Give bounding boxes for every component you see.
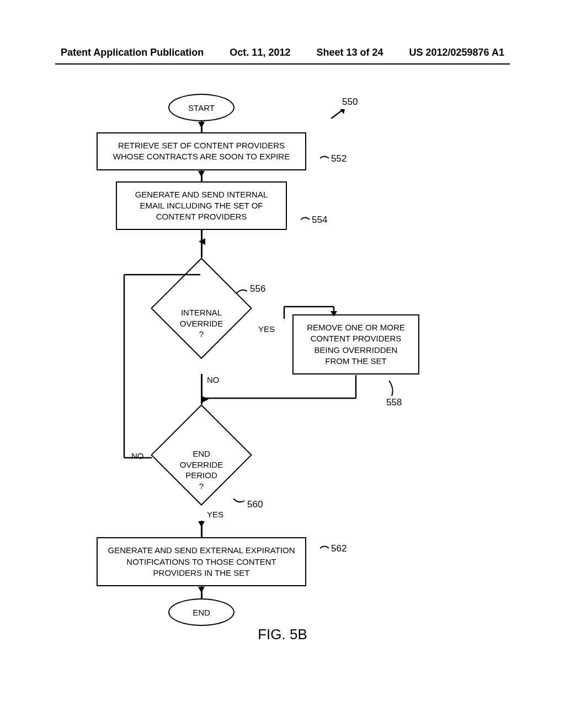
connector	[201, 521, 202, 537]
publication-number: US 2012/0259876 A1	[409, 47, 504, 58]
start-terminator: START	[168, 94, 234, 121]
connector	[201, 170, 202, 181]
header-rule	[55, 63, 510, 65]
edge-560-yes: YES	[207, 510, 223, 519]
ref-562: 562	[331, 543, 347, 554]
publication-type: Patent Application Publication	[61, 47, 204, 58]
process-554-text: GENERATE AND SEND INTERNAL EMAIL INCLUDI…	[135, 190, 268, 222]
start-label: START	[188, 103, 215, 113]
process-558-text: REMOVE ONE OR MORE CONTENT PROVIDERS BEI…	[307, 323, 405, 366]
ref-550: 550	[342, 97, 358, 108]
ref-556-tick	[236, 288, 248, 296]
sheet-number: Sheet 13 of 24	[316, 47, 383, 58]
ref-552: 552	[331, 153, 347, 164]
ref-554-tick	[301, 216, 311, 223]
process-552-text: RETRIEVE SET OF CONTENT PROVIDERS WHOSE …	[113, 141, 290, 161]
ref-560-tick	[233, 496, 246, 505]
ref-560: 560	[247, 499, 263, 510]
svg-marker-8	[331, 311, 337, 317]
ref-556: 556	[250, 283, 265, 295]
figure-caption: FIG. 5B	[0, 626, 565, 643]
ref-558-leader	[386, 381, 397, 397]
page-header: Patent Application Publication Oct. 11, …	[61, 47, 504, 58]
connector	[201, 586, 202, 598]
connector	[201, 121, 202, 132]
process-554: GENERATE AND SEND INTERNAL EMAIL INCLUDI…	[116, 181, 287, 231]
merge-arrow	[199, 238, 205, 246]
svg-marker-2	[199, 238, 205, 245]
ref-552-tick	[320, 154, 330, 162]
ref-562-tick	[320, 544, 330, 552]
publication-date: Oct. 11, 2012	[230, 47, 290, 58]
edge-556-to-558	[251, 302, 361, 319]
end-label: END	[193, 608, 210, 617]
ref-550-leader	[331, 109, 348, 119]
process-558: REMOVE ONE OR MORE CONTENT PROVIDERS BEI…	[292, 314, 419, 374]
svg-line-0	[331, 110, 342, 119]
end-terminator: END	[168, 598, 234, 626]
process-562-text: GENERATE AND SEND EXTERNAL EXPIRATION NO…	[108, 545, 295, 577]
ref-558: 558	[386, 397, 402, 408]
edge-556-yes: YES	[258, 324, 275, 334]
edge-560-no-loop	[119, 270, 204, 461]
process-552: RETRIEVE SET OF CONTENT PROVIDERS WHOSE …	[97, 132, 306, 170]
ref-554: 554	[312, 215, 327, 226]
edge-558-to-merge	[202, 375, 362, 403]
process-562: GENERATE AND SEND EXTERNAL EXPIRATION NO…	[97, 537, 306, 586]
figure-caption-text: FIG. 5B	[258, 626, 307, 643]
